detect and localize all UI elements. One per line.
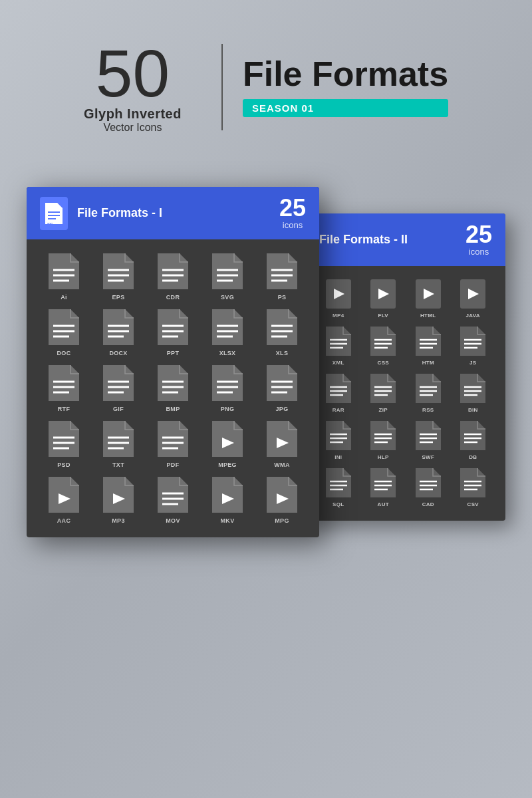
front-row2: DOC DOCX bbox=[40, 307, 306, 356]
rss-icon bbox=[414, 372, 442, 404]
front-row5: AAC MP3 bbox=[40, 475, 306, 524]
card-front-body: Ai EPS bbox=[27, 239, 319, 537]
card-back-title: File Formats - II bbox=[319, 233, 408, 247]
pdf-icon bbox=[156, 419, 190, 459]
rar-icon bbox=[325, 372, 352, 404]
header-section: 50 Glyph Inverted Vector Icons File Form… bbox=[84, 40, 448, 134]
card-front-count: 25 bbox=[279, 196, 306, 220]
back-row3: RAR ZIP bbox=[319, 372, 492, 413]
main-title: File Formats bbox=[243, 57, 448, 91]
bmp-icon bbox=[156, 363, 190, 403]
list-item: HTML bbox=[409, 278, 448, 319]
mpeg-icon bbox=[210, 419, 245, 459]
list-item: DOCX bbox=[94, 307, 142, 356]
page-wrapper: 50 Glyph Inverted Vector Icons File Form… bbox=[0, 0, 532, 798]
db-icon bbox=[459, 420, 487, 452]
card-front-title: File Formats - I bbox=[77, 206, 162, 220]
list-item: INI bbox=[319, 420, 358, 460]
htm-icon bbox=[414, 325, 442, 357]
svg-icon bbox=[210, 251, 245, 291]
list-item: MOV bbox=[149, 475, 197, 524]
mp4-icon bbox=[325, 278, 352, 310]
header-right: File Formats SEASON 01 bbox=[243, 57, 448, 117]
list-item: MKV bbox=[203, 475, 251, 524]
back-row4: INI HLP bbox=[319, 420, 492, 460]
svg-text:JPG: JPG bbox=[47, 222, 53, 225]
list-item: Ai bbox=[40, 251, 88, 301]
list-item: MP3 bbox=[94, 475, 142, 524]
xls-icon bbox=[265, 307, 299, 347]
xml-icon bbox=[325, 325, 352, 357]
card-front-header-left: JPG File Formats - I bbox=[40, 197, 162, 230]
wma-icon bbox=[265, 419, 299, 459]
list-item: JS bbox=[454, 325, 493, 366]
list-item: XML bbox=[319, 325, 358, 366]
cards-container: File Formats - II 25 icons MP4 bbox=[27, 187, 505, 639]
txt-icon bbox=[101, 419, 136, 459]
card-back-body: MP4 FLV HTML bbox=[306, 266, 505, 521]
list-item: CAD bbox=[409, 467, 448, 507]
list-item: DOC bbox=[40, 307, 88, 356]
list-item: SQL bbox=[319, 467, 358, 507]
list-item: AUT bbox=[364, 467, 403, 507]
csv-icon bbox=[459, 467, 487, 499]
list-item: MPEG bbox=[203, 419, 251, 468]
ps-icon bbox=[265, 251, 299, 291]
sql-icon bbox=[325, 467, 352, 499]
list-item: GIF bbox=[94, 363, 142, 412]
list-item: PSD bbox=[40, 419, 88, 468]
html-icon bbox=[414, 278, 442, 310]
list-item: PS bbox=[258, 251, 306, 301]
card-front: JPG File Formats - I 25 icons bbox=[27, 187, 319, 537]
aut-icon bbox=[369, 467, 397, 499]
list-item: ZIP bbox=[364, 372, 403, 413]
list-item: CSS bbox=[364, 325, 403, 366]
card-front-count-label: icons bbox=[279, 220, 306, 230]
list-item: XLSX bbox=[203, 307, 251, 356]
card-header-icon: JPG bbox=[40, 197, 68, 230]
list-item: TXT bbox=[94, 419, 142, 468]
list-item: CDR bbox=[149, 251, 197, 301]
xlsx-icon bbox=[210, 307, 245, 347]
front-row4: PSD TXT bbox=[40, 419, 306, 468]
season-badge: SEASON 01 bbox=[243, 99, 448, 117]
js-icon bbox=[459, 325, 487, 357]
list-item: FLV bbox=[364, 278, 403, 319]
mkv-icon bbox=[210, 475, 245, 515]
list-item: JPG bbox=[258, 363, 306, 412]
list-item: RTF bbox=[40, 363, 88, 412]
card-back: File Formats - II 25 icons MP4 bbox=[306, 213, 505, 521]
back-row5: SQL AUT bbox=[319, 467, 492, 507]
list-item: MPG bbox=[258, 475, 306, 524]
list-item: HTM bbox=[409, 325, 448, 366]
vertical-divider bbox=[221, 44, 223, 130]
ppt-icon bbox=[156, 307, 190, 347]
jpg-icon bbox=[265, 363, 299, 403]
gif-icon bbox=[101, 363, 136, 403]
front-row3: RTF GIF bbox=[40, 363, 306, 412]
zip-icon bbox=[369, 372, 397, 404]
cdr-icon bbox=[156, 251, 190, 291]
big-number: 50 bbox=[96, 40, 170, 106]
list-item: MP4 bbox=[319, 278, 358, 319]
ini-icon bbox=[325, 420, 352, 452]
docx-icon bbox=[101, 307, 136, 347]
psd-icon bbox=[47, 419, 81, 459]
list-item: EPS bbox=[94, 251, 142, 301]
list-item: SWF bbox=[409, 420, 448, 460]
list-item: DB bbox=[454, 420, 493, 460]
list-item: BMP bbox=[149, 363, 197, 412]
ai-icon bbox=[47, 251, 81, 291]
header-left: 50 Glyph Inverted Vector Icons bbox=[84, 40, 201, 134]
list-item: BIN bbox=[454, 372, 493, 413]
aac-icon bbox=[47, 475, 81, 515]
list-item: AAC bbox=[40, 475, 88, 524]
java-icon bbox=[459, 278, 487, 310]
list-item: PPT bbox=[149, 307, 197, 356]
list-item: PDF bbox=[149, 419, 197, 468]
front-row1: Ai EPS bbox=[40, 251, 306, 301]
list-item: JAVA bbox=[454, 278, 493, 319]
card-front-count-block: 25 icons bbox=[279, 196, 306, 230]
eps-icon bbox=[101, 251, 136, 291]
list-item: CSV bbox=[454, 467, 493, 507]
